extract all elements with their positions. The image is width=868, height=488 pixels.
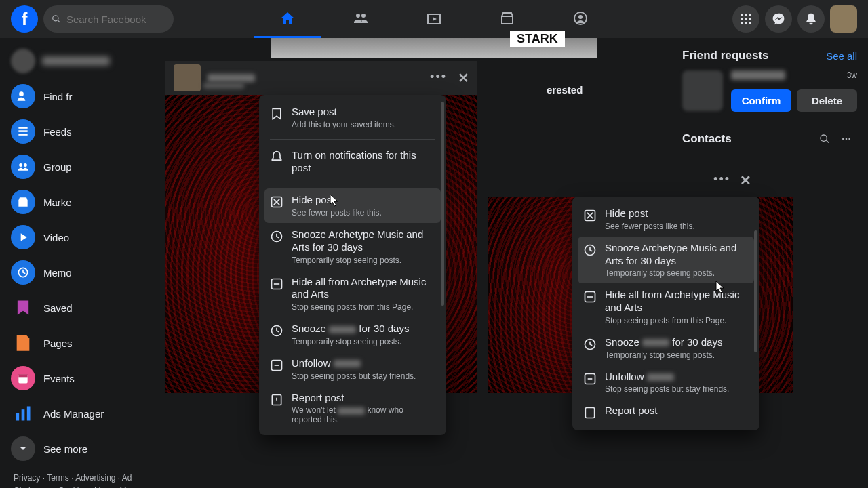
svg-rect-13 xyxy=(18,130,27,132)
sidebar-item-groups[interactable]: Group xyxy=(5,149,151,184)
post-timestamp xyxy=(203,83,244,89)
friend-requests-title: Friend requests xyxy=(682,49,769,62)
svg-rect-19 xyxy=(18,374,27,377)
svg-point-1 xyxy=(578,15,583,19)
menu-scrollbar[interactable] xyxy=(754,230,757,352)
post-options-menu-left: Save postAdd this to your saved items. T… xyxy=(259,95,446,435)
post-close-icon[interactable]: ✕ xyxy=(740,172,751,188)
profile-avatar[interactable] xyxy=(830,5,857,33)
menu-snooze-page[interactable]: Snooze Archetype Music and Arts for 30 d… xyxy=(264,223,441,270)
profile-pic xyxy=(11,49,35,73)
unfollow-icon xyxy=(583,372,597,386)
sidebar-item-feeds[interactable]: Feeds xyxy=(5,114,151,149)
sidebar-label: Pages xyxy=(43,338,73,349)
menu-snooze-page[interactable]: Snooze Archetype Music and Arts for 30 d… xyxy=(578,237,754,284)
svg-rect-12 xyxy=(18,127,27,129)
nav-video[interactable] xyxy=(400,0,468,38)
menu-turn-on-notifications[interactable]: Turn on notifications for this post xyxy=(264,144,441,180)
svg-point-7 xyxy=(749,18,751,20)
menu-unfollow[interactable]: Unfollow Stop seeing posts but stay frie… xyxy=(578,365,754,400)
contacts-search-icon[interactable] xyxy=(814,128,835,150)
menu-grid-button[interactable] xyxy=(732,5,760,33)
sidebar-profile[interactable] xyxy=(5,43,151,79)
menu-hide-post[interactable]: Hide postSee fewer posts like this. xyxy=(264,188,441,223)
report-icon xyxy=(270,393,283,407)
right-sidebar: Friend requests See all 3w Confirm Delet… xyxy=(671,38,868,161)
sidebar-item-find-friends[interactable]: Find fr xyxy=(5,79,151,114)
hide-icon xyxy=(583,209,597,222)
sidebar-item-saved[interactable]: Saved xyxy=(5,290,151,325)
sidebar-label: Ads Manager xyxy=(43,408,104,420)
nav-home[interactable] xyxy=(254,0,321,38)
right-nav xyxy=(732,5,857,33)
sidebar-item-ads-manager[interactable]: Ads Manager xyxy=(5,396,151,431)
hide-all-icon xyxy=(583,290,597,304)
post-author-pic[interactable] xyxy=(174,64,201,92)
sidebar-label: Find fr xyxy=(43,91,73,102)
menu-separator xyxy=(270,139,435,140)
post-more-icon[interactable]: ••• xyxy=(430,70,447,86)
nav-friends[interactable] xyxy=(327,0,395,38)
search-wrap[interactable] xyxy=(43,5,174,33)
svg-point-16 xyxy=(24,163,27,167)
sidebar-item-events[interactable]: Events xyxy=(5,361,151,396)
report-icon xyxy=(583,406,597,420)
facebook-logo[interactable]: f xyxy=(11,5,38,33)
sidebar-item-see-more[interactable]: See more xyxy=(5,431,151,466)
clock-icon xyxy=(583,243,597,257)
sidebar-label: Feeds xyxy=(43,126,72,138)
menu-hide-post[interactable]: Hide postSee fewer posts like this. xyxy=(578,202,754,237)
svg-point-4 xyxy=(749,14,751,16)
sidebar-label: Memo xyxy=(43,267,72,279)
menu-hide-all-from-page[interactable]: Hide all from Archetype Music and ArtsSt… xyxy=(264,270,441,318)
friend-pic[interactable] xyxy=(682,70,723,111)
clock-icon xyxy=(270,324,283,338)
svg-point-25 xyxy=(848,138,850,140)
menu-report-post[interactable]: Report postWe won't let know who reporte… xyxy=(264,386,441,430)
cursor-icon xyxy=(715,281,725,294)
sidebar-label: Marke xyxy=(43,197,72,208)
interested-button-partial[interactable]: erested xyxy=(536,79,593,101)
bell-icon xyxy=(270,150,283,164)
menu-report-post[interactable]: Report post xyxy=(578,399,754,425)
menu-unfollow[interactable]: Unfollow Stop seeing posts but stay frie… xyxy=(264,352,441,386)
footer-links[interactable]: Privacy · Terms · Advertising · Ad Choic… xyxy=(5,466,151,488)
menu-snooze-person[interactable]: Snooze for 30 daysTemporarily stop seein… xyxy=(578,331,754,365)
menu-hide-all-from-page[interactable]: Hide all from Archetype Music and ArtsSt… xyxy=(578,283,754,331)
svg-rect-22 xyxy=(27,407,31,421)
confirm-button[interactable]: Confirm xyxy=(731,89,791,112)
cursor-icon xyxy=(330,194,339,207)
see-all-link[interactable]: See all xyxy=(826,50,857,62)
top-nav: f xyxy=(0,0,868,38)
svg-rect-14 xyxy=(18,134,27,136)
messenger-button[interactable] xyxy=(765,5,792,33)
clock-icon xyxy=(270,230,283,243)
sidebar-item-video[interactable]: Video xyxy=(5,220,151,255)
notifications-button[interactable] xyxy=(797,5,825,33)
post-more-icon[interactable]: ••• xyxy=(713,172,730,188)
sidebar-item-pages[interactable]: Pages xyxy=(5,325,151,361)
menu-snooze-person[interactable]: Snooze for 30 daysTemporarily stop seein… xyxy=(264,317,441,352)
delete-button[interactable]: Delete xyxy=(797,89,857,112)
profile-name xyxy=(42,56,110,66)
bookmark-icon xyxy=(270,107,283,121)
menu-save-post[interactable]: Save postAdd this to your saved items. xyxy=(264,100,441,135)
friend-request-time: 3w xyxy=(847,70,857,83)
svg-point-5 xyxy=(741,18,743,20)
contacts-more-icon[interactable] xyxy=(835,128,857,150)
search-input[interactable] xyxy=(66,14,165,25)
hide-all-icon xyxy=(270,277,283,291)
svg-rect-37 xyxy=(585,408,594,418)
svg-point-8 xyxy=(741,22,743,24)
post-close-icon[interactable]: ✕ xyxy=(458,70,469,86)
svg-point-2 xyxy=(741,14,743,16)
post-author-name xyxy=(208,74,255,82)
svg-rect-20 xyxy=(16,413,20,421)
menu-scrollbar[interactable] xyxy=(441,102,444,306)
svg-point-10 xyxy=(749,22,751,24)
sidebar-item-marketplace[interactable]: Marke xyxy=(5,184,151,220)
svg-point-6 xyxy=(745,18,747,20)
post-options-menu-right: Hide postSee fewer posts like this. Snoo… xyxy=(572,197,760,430)
sidebar-item-memories[interactable]: Memo xyxy=(5,255,151,290)
search-icon xyxy=(52,14,61,24)
